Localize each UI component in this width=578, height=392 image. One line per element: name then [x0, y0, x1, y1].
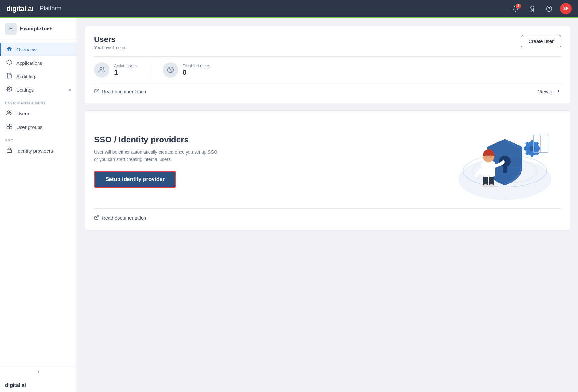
view-all-link[interactable]: View all	[538, 89, 561, 95]
users-divider	[94, 56, 561, 57]
notification-badge: 5	[516, 4, 521, 9]
settings-arrow-icon: ▶	[69, 88, 72, 92]
settings-icon	[6, 86, 13, 93]
svg-rect-8	[7, 124, 9, 126]
svg-line-15	[168, 68, 172, 72]
active-users-info: Active users 1	[114, 64, 137, 77]
sidebar-footer: digital.ai	[0, 379, 77, 392]
sidebar-item-identity-providers[interactable]: Identity providers	[0, 144, 77, 158]
applications-icon	[6, 59, 13, 66]
identity-providers-icon	[6, 147, 13, 154]
sso-card-inner: SSO / Identity providers User will be ei…	[94, 120, 561, 203]
svg-point-44	[486, 155, 487, 158]
sso-read-doc-link[interactable]: Read documentation	[94, 215, 561, 221]
active-users-stat: Active users 1	[94, 62, 137, 78]
users-card: Users You have 1 users. Create user Acti…	[85, 26, 570, 104]
sso-external-link-icon	[94, 215, 99, 221]
help-icon-button[interactable]	[543, 3, 555, 14]
svg-rect-38	[483, 176, 488, 185]
audit-log-icon	[6, 73, 13, 80]
main-content: Users You have 1 users. Create user Acti…	[77, 18, 578, 392]
svg-point-45	[489, 155, 491, 158]
svg-marker-3	[7, 60, 12, 65]
external-link-icon	[94, 89, 99, 95]
main-layout: E ExampleTech Overview Applications A	[0, 18, 578, 392]
svg-rect-34	[524, 147, 526, 150]
sidebar-item-overview[interactable]: Overview	[0, 43, 77, 56]
sso-card-left: SSO / Identity providers User will be ei…	[94, 135, 426, 188]
setup-identity-provider-button[interactable]: Setup identity provider	[94, 171, 176, 188]
create-user-button[interactable]: Create user	[521, 35, 561, 47]
topnav: digital.ai Platform 5 SF	[0, 0, 578, 18]
svg-line-16	[96, 89, 99, 91]
active-users-value: 1	[114, 68, 137, 77]
collapse-icon: ‹	[38, 369, 39, 375]
users-title: Users	[94, 35, 127, 44]
sidebar-item-settings[interactable]: Settings ▶	[0, 83, 77, 97]
disabled-users-icon	[163, 62, 178, 78]
svg-rect-9	[10, 124, 12, 126]
users-doc-row: Read documentation View all	[94, 89, 561, 95]
home-icon	[6, 46, 13, 53]
stats-row: Active users 1 Disabled users 0	[94, 62, 561, 78]
sidebar-label-applications: Applications	[16, 60, 42, 66]
svg-point-40	[482, 184, 489, 188]
sso-divider	[94, 208, 561, 209]
users-bottom-divider	[94, 83, 561, 83]
active-users-icon	[94, 62, 109, 78]
svg-point-0	[531, 6, 534, 9]
sidebar-label-settings: Settings	[16, 87, 34, 93]
view-all-arrow-icon	[556, 89, 561, 95]
users-icon	[6, 110, 13, 117]
svg-point-27	[529, 146, 535, 151]
svg-rect-11	[10, 127, 12, 129]
svg-point-7	[8, 111, 10, 113]
sidebar-label-user-groups: User groups	[16, 124, 43, 130]
svg-rect-30	[538, 147, 540, 150]
sidebar-item-user-groups[interactable]: User groups	[0, 120, 77, 134]
svg-point-41	[488, 184, 495, 188]
svg-rect-39	[489, 176, 494, 185]
users-card-header: Users You have 1 users. Create user	[94, 35, 561, 50]
sso-read-doc-label: Read documentation	[102, 215, 146, 221]
org-name: ExampleTech	[20, 26, 53, 32]
logo-text: digital.ai	[6, 4, 33, 13]
disabled-users-label: Disabled users	[183, 64, 210, 68]
svg-rect-21	[503, 166, 507, 173]
svg-rect-28	[531, 140, 533, 143]
org-avatar: E	[5, 23, 17, 35]
platform-label: Platform	[40, 5, 61, 12]
svg-rect-12	[7, 150, 12, 152]
user-avatar-button[interactable]: SF	[560, 3, 572, 14]
sidebar-item-applications[interactable]: Applications	[0, 56, 77, 70]
sidebar: E ExampleTech Overview Applications A	[0, 18, 77, 392]
stats-vertical-divider	[150, 62, 150, 78]
sidebar-collapse-button[interactable]: ‹	[0, 365, 77, 379]
sidebar-label-audit-log: Audit log	[16, 74, 35, 79]
section-sso: SSO	[0, 134, 77, 144]
notifications-button[interactable]: 5	[510, 3, 521, 14]
user-groups-icon	[6, 124, 13, 131]
sidebar-item-audit-log[interactable]: Audit log	[0, 70, 77, 83]
svg-rect-32	[531, 154, 533, 157]
sidebar-label-users: Users	[16, 111, 29, 116]
view-all-label: View all	[538, 89, 555, 94]
disabled-users-stat: Disabled users 0	[163, 62, 210, 78]
topnav-icons: 5 SF	[510, 3, 572, 14]
sso-illustration	[445, 120, 555, 203]
trophy-icon-button[interactable]	[527, 3, 538, 14]
footer-logo-text: digital.ai	[5, 382, 26, 388]
svg-line-46	[96, 216, 99, 218]
users-read-doc-link[interactable]: Read documentation	[94, 89, 146, 95]
sso-card: SSO / Identity providers User will be ei…	[85, 110, 570, 230]
topnav-logo: digital.ai Platform	[6, 4, 510, 13]
disabled-users-value: 0	[183, 68, 210, 77]
svg-point-13	[100, 67, 102, 70]
sidebar-nav: Overview Applications Audit log Settings	[0, 40, 77, 365]
sidebar-label-overview: Overview	[16, 47, 37, 52]
disabled-users-info: Disabled users 0	[183, 64, 210, 77]
sso-title: SSO / Identity providers	[94, 135, 426, 145]
sidebar-item-users[interactable]: Users	[0, 107, 77, 120]
sso-card-illustration	[439, 120, 561, 203]
users-card-title-group: Users You have 1 users.	[94, 35, 127, 50]
